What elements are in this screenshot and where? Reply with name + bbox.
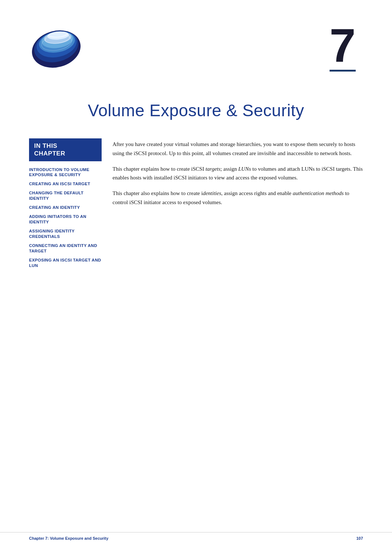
sidebar-item-intro[interactable]: Introduction to Volume Exposure & Securi…	[29, 167, 102, 178]
sidebar-item-creating-identity[interactable]: Creating an Identity	[29, 205, 102, 210]
chapter-title-area: Volume Exposure & Security	[0, 82, 392, 131]
paragraph-3: This chapter also explains how to create…	[113, 189, 363, 207]
para3-italic2: authentication methods	[293, 190, 344, 196]
paragraph-2: This chapter explains how to create iSCS…	[113, 165, 363, 183]
content-area: After you have created your virtual volu…	[113, 138, 363, 272]
sidebar-link-creating-iscsi[interactable]: Creating an iSCSI Target	[29, 181, 102, 187]
para2-italic2: LUNs	[238, 166, 251, 172]
para2-text2: ; assign	[220, 166, 238, 172]
logo	[29, 22, 87, 69]
header: 7	[0, 0, 392, 82]
in-this-chapter-label: IN THIS CHAPTER	[34, 142, 97, 158]
sidebar-link-intro[interactable]: Introduction to Volume Exposure & Securi…	[29, 167, 102, 178]
footer: Chapter 7: Volume Exposure and Security …	[0, 532, 392, 540]
sidebar-item-exposing[interactable]: Exposing an iSCSI Target and LUN	[29, 258, 102, 268]
footer-page-number: 107	[356, 536, 363, 540]
sidebar-link-changing-default[interactable]: Changing the Default Identity	[29, 190, 102, 201]
sidebar-link-connecting[interactable]: Connecting an Identity and Target	[29, 243, 102, 254]
footer-chapter-label: Chapter 7: Volume Exposure and Security	[29, 536, 109, 540]
paragraph-1: After you have created your virtual volu…	[113, 140, 363, 158]
chapter-title: Volume Exposure & Security	[29, 101, 363, 120]
sidebar-link-creating-identity[interactable]: Creating an Identity	[29, 205, 102, 210]
sidebar-item-creating-iscsi[interactable]: Creating an iSCSI Target	[29, 181, 102, 187]
para3-text2: , assign access rights and enable	[221, 190, 293, 196]
sidebar-item-assigning-credentials[interactable]: Assigning Identity Credentials	[29, 228, 102, 239]
logo-icon	[29, 22, 87, 69]
para3-text1: This chapter also explains how to create…	[113, 190, 203, 196]
sidebar-link-adding-initiators[interactable]: Adding Initiators to an Identity	[29, 214, 102, 225]
para3-italic1: dentities	[203, 190, 221, 196]
para2-italic1: targets	[205, 166, 220, 172]
in-this-chapter-box: IN THIS CHAPTER	[29, 138, 102, 161]
chapter-number-area: 7	[330, 22, 363, 72]
sidebar-item-changing-default[interactable]: Changing the Default Identity	[29, 190, 102, 201]
sidebar-link-assigning-credentials[interactable]: Assigning Identity Credentials	[29, 228, 102, 239]
sidebar-item-adding-initiators[interactable]: Adding Initiators to an Identity	[29, 214, 102, 225]
main-content: IN THIS CHAPTER Introduction to Volume E…	[0, 131, 392, 301]
page: 7 Volume Exposure & Security IN THIS CHA…	[0, 0, 392, 555]
sidebar: IN THIS CHAPTER Introduction to Volume E…	[29, 138, 102, 272]
para2-text1: This chapter explains how to create iSCS…	[113, 166, 205, 172]
sidebar-link-exposing[interactable]: Exposing an iSCSI Target and LUN	[29, 258, 102, 268]
sidebar-item-connecting[interactable]: Connecting an Identity and Target	[29, 243, 102, 254]
chapter-number: 7	[330, 22, 356, 69]
